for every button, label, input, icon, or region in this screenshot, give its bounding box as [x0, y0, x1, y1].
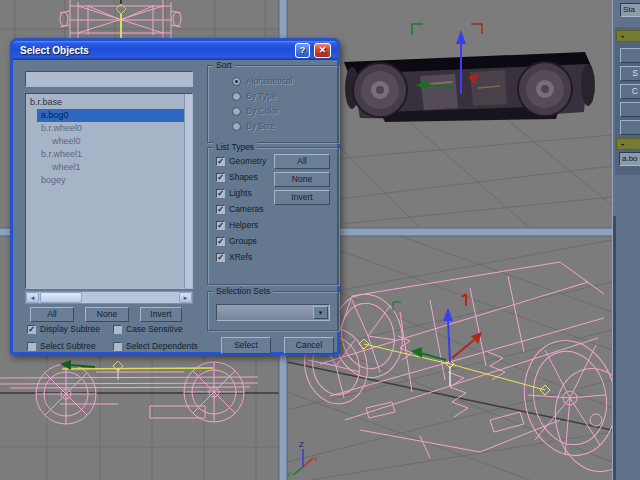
- list-item[interactable]: wheel1: [48, 161, 192, 174]
- close-button[interactable]: ✕: [314, 43, 331, 58]
- radio-icon[interactable]: [232, 107, 241, 116]
- selection-sets-dropdown[interactable]: ▼: [216, 304, 330, 321]
- radio-icon[interactable]: [232, 122, 241, 131]
- cameras-checkbox[interactable]: ✓ Cameras: [216, 204, 263, 214]
- sort-alphabetical-radio[interactable]: Alphabetical: [232, 76, 292, 86]
- radio-icon[interactable]: [232, 77, 241, 86]
- select-button[interactable]: Select: [221, 337, 271, 354]
- sort-bytype-radio[interactable]: By Type: [232, 91, 277, 101]
- types-none-button[interactable]: None: [274, 172, 330, 187]
- list-item[interactable]: b.r.wheel0: [37, 122, 192, 135]
- all-button[interactable]: All: [30, 307, 74, 322]
- selection-sets-group: Selection Sets ▼: [207, 291, 339, 331]
- radio-icon[interactable]: [232, 92, 241, 101]
- panel-top-field[interactable]: Sta: [620, 3, 640, 17]
- list-item[interactable]: b.r.wheel1: [37, 148, 192, 161]
- panel-button-5[interactable]: [620, 120, 640, 135]
- display-subtree-checkbox[interactable]: ✓ Display Subtree: [27, 324, 100, 334]
- panel-button-2[interactable]: S: [620, 66, 640, 81]
- chevron-down-icon[interactable]: ▼: [313, 306, 328, 319]
- name-filter-input[interactable]: [25, 71, 193, 87]
- list-vertical-scrollbar[interactable]: [184, 94, 192, 288]
- checkbox-icon[interactable]: [27, 342, 36, 351]
- object-name-field[interactable]: a.bo: [619, 152, 640, 166]
- types-all-button[interactable]: All: [274, 154, 330, 169]
- panel-scrollbar[interactable]: [613, 216, 616, 480]
- select-objects-dialog: Select Objects ? ✕ b.r.base a.bog0 b.r.w…: [10, 38, 340, 355]
- select-dependents-checkbox[interactable]: Select Dependents: [113, 341, 198, 351]
- rollout-header-1[interactable]: -: [616, 30, 640, 42]
- sort-group: Sort Alphabetical By Type By Color By Si…: [207, 65, 339, 143]
- checkbox-icon[interactable]: ✓: [216, 221, 225, 230]
- checkbox-icon[interactable]: ✓: [216, 157, 225, 166]
- checkbox-icon[interactable]: ✓: [216, 205, 225, 214]
- case-sensitive-checkbox[interactable]: Case Sensitive: [113, 324, 183, 334]
- invert-button[interactable]: Invert: [140, 307, 182, 322]
- checkbox-label: Case Sensitive: [126, 324, 183, 334]
- list-item[interactable]: bogey: [37, 174, 192, 187]
- scroll-thumb[interactable]: [40, 292, 82, 303]
- sort-bysize-radio[interactable]: By Size: [232, 121, 275, 131]
- panel-button-1[interactable]: [620, 48, 640, 63]
- shaded-bogey-model[interactable]: [344, 52, 595, 122]
- sort-bycolor-radio[interactable]: By Color: [232, 106, 279, 116]
- selection-sets-title: Selection Sets: [213, 286, 273, 296]
- list-types-group-title: List Types: [213, 142, 257, 152]
- list-horizontal-scrollbar[interactable]: ◄ ►: [25, 291, 193, 304]
- cancel-button[interactable]: Cancel: [284, 337, 334, 354]
- bone-side: [62, 368, 213, 369]
- checkbox-icon[interactable]: ✓: [27, 325, 36, 334]
- scroll-left-arrow[interactable]: ◄: [26, 292, 39, 303]
- list-item-selected[interactable]: a.bog0: [37, 109, 192, 122]
- shapes-checkbox[interactable]: ✓ Shapes: [216, 172, 258, 182]
- helpers-checkbox[interactable]: ✓ Helpers: [216, 220, 258, 230]
- types-invert-button[interactable]: Invert: [274, 190, 330, 205]
- lights-checkbox[interactable]: ✓ Lights: [216, 188, 252, 198]
- geometry-checkbox[interactable]: ✓ Geometry: [216, 156, 266, 166]
- checkbox-label: Select Subtree: [40, 341, 96, 351]
- checkbox-icon[interactable]: ✓: [216, 173, 225, 182]
- dialog-titlebar[interactable]: Select Objects ? ✕: [13, 41, 337, 60]
- scroll-right-arrow[interactable]: ►: [179, 292, 192, 303]
- select-subtree-checkbox[interactable]: Select Subtree: [27, 341, 96, 351]
- object-list[interactable]: b.r.base a.bog0 b.r.wheel0 wheel0 b.r.wh…: [25, 93, 193, 289]
- axis-z-label: Z: [299, 440, 304, 449]
- sort-group-title: Sort: [213, 60, 235, 70]
- checkbox-label: Select Dependents: [126, 341, 198, 351]
- application-window: Z x Y Sta - S C - a.bo Select Obje: [0, 0, 640, 480]
- checkbox-icon[interactable]: ✓: [216, 189, 225, 198]
- panel-button-4[interactable]: [620, 102, 640, 117]
- rollout-header-2[interactable]: -: [616, 138, 640, 150]
- help-button[interactable]: ?: [295, 43, 310, 58]
- axis-x-label: x: [314, 454, 318, 463]
- checkbox-icon[interactable]: ✓: [216, 237, 225, 246]
- list-types-group: List Types ✓ Geometry ✓ Shapes ✓ Lights …: [207, 147, 339, 285]
- dialog-title: Select Objects: [20, 45, 89, 56]
- none-button[interactable]: None: [85, 307, 129, 322]
- xrefs-checkbox[interactable]: ✓ XRefs: [216, 252, 252, 262]
- checkbox-icon[interactable]: [113, 342, 122, 351]
- list-item[interactable]: wheel0: [48, 135, 192, 148]
- checkbox-label: Display Subtree: [40, 324, 100, 334]
- checkbox-icon[interactable]: ✓: [216, 253, 225, 262]
- command-panel[interactable]: Sta - S C - a.bo: [612, 0, 640, 480]
- groups-checkbox[interactable]: ✓ Groups: [216, 236, 257, 246]
- panel-button-3[interactable]: C: [620, 84, 640, 99]
- checkbox-icon[interactable]: [113, 325, 122, 334]
- list-item[interactable]: b.r.base: [26, 96, 192, 109]
